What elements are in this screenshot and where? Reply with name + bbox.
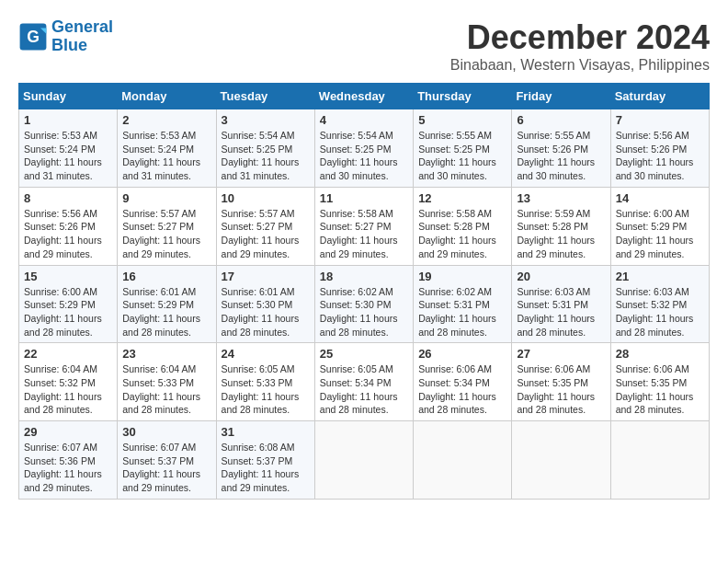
table-row: 1 Sunrise: 5:53 AM Sunset: 5:24 PM Dayli… <box>19 109 118 188</box>
table-row: 23 Sunrise: 6:04 AM Sunset: 5:33 PM Dayl… <box>118 343 216 421</box>
table-row: 8 Sunrise: 5:56 AM Sunset: 5:26 PM Dayli… <box>19 187 118 265</box>
svg-text:G: G <box>27 28 40 46</box>
table-row: 21 Sunrise: 6:03 AM Sunset: 5:32 PM Dayl… <box>610 265 709 343</box>
calendar-table: Sunday Monday Tuesday Wednesday Thursday… <box>18 83 710 500</box>
day-number: 24 <box>222 347 310 361</box>
day-info: Sunrise: 6:06 AM Sunset: 5:35 PM Dayligh… <box>616 362 704 417</box>
table-row: 18 Sunrise: 6:02 AM Sunset: 5:30 PM Dayl… <box>314 265 413 343</box>
day-number: 9 <box>122 191 210 205</box>
table-row: 13 Sunrise: 5:59 AM Sunset: 5:28 PM Dayl… <box>512 187 610 265</box>
table-row: 22 Sunrise: 6:04 AM Sunset: 5:32 PM Dayl… <box>19 343 118 421</box>
table-row: 30 Sunrise: 6:07 AM Sunset: 5:37 PM Dayl… <box>118 421 216 500</box>
table-row: 24 Sunrise: 6:05 AM Sunset: 5:33 PM Dayl… <box>216 343 314 421</box>
table-row: 25 Sunrise: 6:05 AM Sunset: 5:34 PM Dayl… <box>314 343 413 421</box>
table-row: 5 Sunrise: 5:55 AM Sunset: 5:25 PM Dayli… <box>414 109 512 188</box>
table-row: 11 Sunrise: 5:58 AM Sunset: 5:27 PM Dayl… <box>314 187 413 265</box>
day-info: Sunrise: 5:57 AM Sunset: 5:27 PM Dayligh… <box>222 207 310 261</box>
page-header: G General Blue December 2024 Binabaan, W… <box>18 18 710 74</box>
day-number: 29 <box>24 425 112 439</box>
day-number: 20 <box>517 270 605 283</box>
col-thursday: Thursday <box>414 84 512 109</box>
day-number: 7 <box>616 113 704 127</box>
calendar-week: 22 Sunrise: 6:04 AM Sunset: 5:32 PM Dayl… <box>19 343 710 421</box>
page-subtitle: Binabaan, Western Visayas, Philippines <box>450 57 710 74</box>
table-row <box>314 421 413 500</box>
day-info: Sunrise: 6:07 AM Sunset: 5:36 PM Dayligh… <box>24 441 112 495</box>
logo-blue: Blue <box>51 36 87 54</box>
day-number: 27 <box>517 347 605 361</box>
day-number: 19 <box>418 270 506 283</box>
day-info: Sunrise: 6:02 AM Sunset: 5:31 PM Dayligh… <box>418 285 506 339</box>
day-number: 18 <box>320 270 408 283</box>
day-info: Sunrise: 6:00 AM Sunset: 5:29 PM Dayligh… <box>24 285 112 339</box>
day-info: Sunrise: 5:53 AM Sunset: 5:24 PM Dayligh… <box>24 129 112 183</box>
table-row <box>414 421 512 500</box>
day-info: Sunrise: 5:54 AM Sunset: 5:25 PM Dayligh… <box>320 129 408 183</box>
title-area: December 2024 Binabaan, Western Visayas,… <box>450 18 710 74</box>
day-number: 26 <box>418 347 506 361</box>
day-number: 6 <box>517 113 605 127</box>
day-number: 4 <box>320 113 408 127</box>
day-info: Sunrise: 6:03 AM Sunset: 5:32 PM Dayligh… <box>616 285 704 339</box>
table-row: 19 Sunrise: 6:02 AM Sunset: 5:31 PM Dayl… <box>414 265 512 343</box>
day-number: 12 <box>418 191 506 205</box>
table-row: 12 Sunrise: 5:58 AM Sunset: 5:28 PM Dayl… <box>414 187 512 265</box>
day-info: Sunrise: 5:58 AM Sunset: 5:27 PM Dayligh… <box>320 207 408 261</box>
day-info: Sunrise: 6:06 AM Sunset: 5:34 PM Dayligh… <box>418 362 506 417</box>
col-sunday: Sunday <box>19 84 118 109</box>
day-number: 22 <box>24 347 112 361</box>
day-info: Sunrise: 5:58 AM Sunset: 5:28 PM Dayligh… <box>418 207 506 261</box>
day-number: 3 <box>222 113 310 127</box>
col-monday: Monday <box>118 84 216 109</box>
table-row: 3 Sunrise: 5:54 AM Sunset: 5:25 PM Dayli… <box>216 109 314 188</box>
day-info: Sunrise: 6:04 AM Sunset: 5:32 PM Dayligh… <box>24 362 112 417</box>
day-info: Sunrise: 5:55 AM Sunset: 5:26 PM Dayligh… <box>517 129 605 183</box>
col-saturday: Saturday <box>610 84 709 109</box>
table-row: 20 Sunrise: 6:03 AM Sunset: 5:31 PM Dayl… <box>512 265 610 343</box>
day-number: 16 <box>122 270 210 283</box>
table-row: 15 Sunrise: 6:00 AM Sunset: 5:29 PM Dayl… <box>19 265 118 343</box>
page-title: December 2024 <box>450 18 710 57</box>
day-info: Sunrise: 6:02 AM Sunset: 5:30 PM Dayligh… <box>320 285 408 339</box>
table-row: 4 Sunrise: 5:54 AM Sunset: 5:25 PM Dayli… <box>314 109 413 188</box>
logo-general: General <box>51 17 113 36</box>
day-number: 25 <box>320 347 408 361</box>
day-number: 30 <box>122 425 210 439</box>
table-row: 6 Sunrise: 5:55 AM Sunset: 5:26 PM Dayli… <box>512 109 610 188</box>
calendar-week: 15 Sunrise: 6:00 AM Sunset: 5:29 PM Dayl… <box>19 265 710 343</box>
day-info: Sunrise: 6:05 AM Sunset: 5:33 PM Dayligh… <box>222 362 310 417</box>
day-info: Sunrise: 6:06 AM Sunset: 5:35 PM Dayligh… <box>517 362 605 417</box>
day-info: Sunrise: 6:08 AM Sunset: 5:37 PM Dayligh… <box>222 441 310 495</box>
table-row: 31 Sunrise: 6:08 AM Sunset: 5:37 PM Dayl… <box>216 421 314 500</box>
table-row: 27 Sunrise: 6:06 AM Sunset: 5:35 PM Dayl… <box>512 343 610 421</box>
table-row <box>610 421 709 500</box>
day-number: 11 <box>320 191 408 205</box>
day-info: Sunrise: 6:05 AM Sunset: 5:34 PM Dayligh… <box>320 362 408 417</box>
calendar-week: 29 Sunrise: 6:07 AM Sunset: 5:36 PM Dayl… <box>19 421 710 500</box>
table-row: 14 Sunrise: 6:00 AM Sunset: 5:29 PM Dayl… <box>610 187 709 265</box>
logo-text: General Blue <box>51 18 113 55</box>
day-info: Sunrise: 5:55 AM Sunset: 5:25 PM Dayligh… <box>418 129 506 183</box>
day-info: Sunrise: 5:56 AM Sunset: 5:26 PM Dayligh… <box>24 207 112 261</box>
day-number: 14 <box>616 191 704 205</box>
calendar-week: 8 Sunrise: 5:56 AM Sunset: 5:26 PM Dayli… <box>19 187 710 265</box>
day-number: 8 <box>24 191 112 205</box>
table-row: 7 Sunrise: 5:56 AM Sunset: 5:26 PM Dayli… <box>610 109 709 188</box>
day-number: 23 <box>122 347 210 361</box>
day-number: 2 <box>122 113 210 127</box>
logo-icon: G <box>18 22 48 52</box>
day-info: Sunrise: 6:03 AM Sunset: 5:31 PM Dayligh… <box>517 285 605 339</box>
day-number: 1 <box>24 113 112 127</box>
table-row: 26 Sunrise: 6:06 AM Sunset: 5:34 PM Dayl… <box>414 343 512 421</box>
day-number: 28 <box>616 347 704 361</box>
day-number: 21 <box>616 270 704 283</box>
calendar-week: 1 Sunrise: 5:53 AM Sunset: 5:24 PM Dayli… <box>19 109 710 188</box>
day-info: Sunrise: 5:56 AM Sunset: 5:26 PM Dayligh… <box>616 129 704 183</box>
table-row: 16 Sunrise: 6:01 AM Sunset: 5:29 PM Dayl… <box>118 265 216 343</box>
col-wednesday: Wednesday <box>314 84 413 109</box>
logo: G General Blue <box>18 18 113 55</box>
day-info: Sunrise: 5:59 AM Sunset: 5:28 PM Dayligh… <box>517 207 605 261</box>
table-row: 28 Sunrise: 6:06 AM Sunset: 5:35 PM Dayl… <box>610 343 709 421</box>
col-friday: Friday <box>512 84 610 109</box>
table-row: 2 Sunrise: 5:53 AM Sunset: 5:24 PM Dayli… <box>118 109 216 188</box>
